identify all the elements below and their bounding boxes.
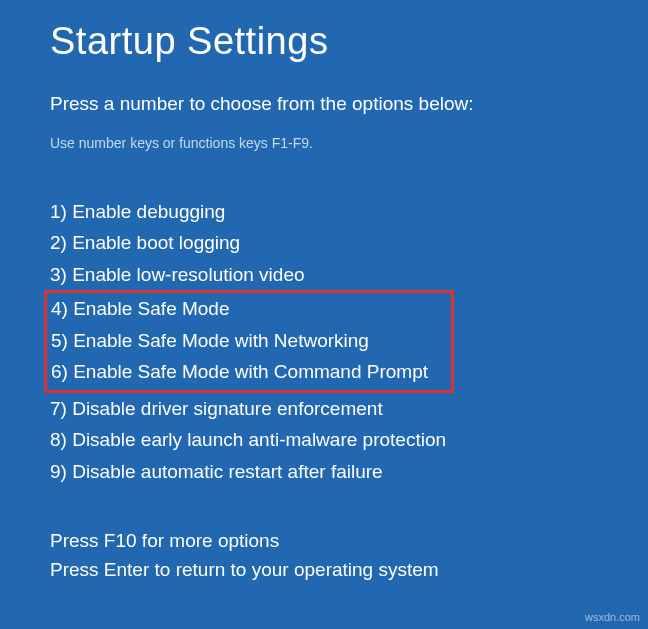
option-disable-driver-signature[interactable]: 7) Disable driver signature enforcement <box>50 393 598 424</box>
startup-options-list: 1) Enable debugging 2) Enable boot loggi… <box>50 196 598 487</box>
watermark: wsxdn.com <box>585 611 640 623</box>
key-hint: Use number keys or functions keys F1-F9. <box>50 135 598 151</box>
instructions-subtitle: Press a number to choose from the option… <box>50 93 598 115</box>
footer-instructions: Press F10 for more options Press Enter t… <box>50 527 439 584</box>
footer-more-options: Press F10 for more options <box>50 527 439 556</box>
option-disable-automatic-restart[interactable]: 9) Disable automatic restart after failu… <box>50 456 598 487</box>
safe-mode-highlight-box: 4) Enable Safe Mode 5) Enable Safe Mode … <box>44 290 454 392</box>
option-enable-debugging[interactable]: 1) Enable debugging <box>50 196 598 227</box>
option-disable-anti-malware[interactable]: 8) Disable early launch anti-malware pro… <box>50 424 598 455</box>
option-enable-low-resolution-video[interactable]: 3) Enable low-resolution video <box>50 259 598 290</box>
option-enable-boot-logging[interactable]: 2) Enable boot logging <box>50 227 598 258</box>
footer-return: Press Enter to return to your operating … <box>50 556 439 585</box>
page-title: Startup Settings <box>50 20 598 63</box>
option-enable-safe-mode[interactable]: 4) Enable Safe Mode <box>51 293 447 324</box>
option-enable-safe-mode-networking[interactable]: 5) Enable Safe Mode with Networking <box>51 325 447 356</box>
option-enable-safe-mode-command-prompt[interactable]: 6) Enable Safe Mode with Command Prompt <box>51 356 447 387</box>
